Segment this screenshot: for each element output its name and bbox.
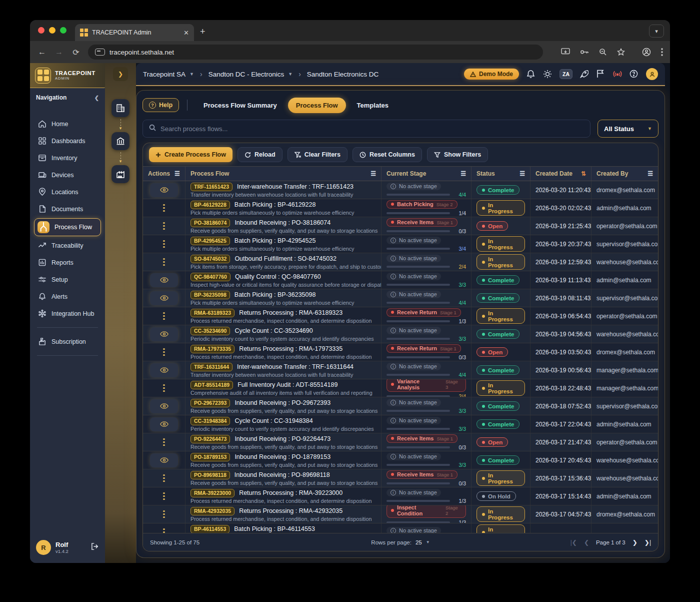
- row-menu-button[interactable]: [163, 527, 165, 533]
- column-header-status[interactable]: Status: [476, 170, 495, 177]
- reload-icon[interactable]: ⟳: [71, 48, 81, 57]
- broadcast-icon[interactable]: [613, 70, 622, 79]
- table-row[interactable]: SO-84745032Outbound Fulfillment : SO-847…: [143, 253, 658, 271]
- row-menu-button[interactable]: [163, 509, 165, 519]
- sidebar-collapse-icon[interactable]: ❮: [94, 95, 99, 101]
- table-row[interactable]: RMA-42932035Returns Processing : RMA-429…: [143, 505, 658, 523]
- sidebar-item-integration-hub[interactable]: Integration Hub: [34, 306, 101, 321]
- table-row[interactable]: PO-92264473Inbound Receiving : PO-922644…: [143, 433, 658, 451]
- table-row[interactable]: TRF-16311644Inter-warehouse Transfer : T…: [143, 361, 658, 379]
- reset-columns-button[interactable]: Reset Columns: [352, 147, 422, 162]
- status-filter-select[interactable]: All Status ▼: [598, 120, 658, 138]
- table-row[interactable]: BP-42954525Batch Picking : BP-42954525Pi…: [143, 235, 658, 253]
- row-menu-button[interactable]: [163, 311, 165, 321]
- site-info-icon[interactable]: [95, 49, 105, 56]
- profile-icon[interactable]: [642, 48, 651, 57]
- table-row[interactable]: BP-36235098Batch Picking : BP-36235098Pi…: [143, 289, 658, 307]
- demo-mode-badge[interactable]: Demo Mode: [464, 69, 519, 80]
- breadcrumb-site[interactable]: Sandton DC - Electronics: [208, 71, 284, 78]
- view-button[interactable]: [150, 291, 178, 305]
- view-button[interactable]: [150, 327, 178, 341]
- table-row[interactable]: RMA-63189323Returns Processing : RMA-631…: [143, 307, 658, 325]
- sidebar-item-home[interactable]: Home: [34, 116, 101, 132]
- prev-page-button[interactable]: ❮: [584, 539, 589, 546]
- rows-per-page[interactable]: Rows per page:25▼: [371, 539, 430, 545]
- tab-process-flow[interactable]: Process Flow: [288, 98, 346, 113]
- tab-process-flow-summary[interactable]: Process Flow Summary: [196, 98, 285, 113]
- organization-icon[interactable]: [112, 99, 130, 117]
- expand-sidebar-icon[interactable]: ❯: [113, 67, 128, 81]
- view-button[interactable]: [150, 453, 178, 467]
- view-button[interactable]: [150, 417, 178, 431]
- chevron-down-icon[interactable]: ▼: [288, 72, 292, 77]
- column-menu-icon[interactable]: ☰: [520, 170, 525, 177]
- table-row[interactable]: QC-98407760Quality Control : QC-98407760…: [143, 271, 658, 289]
- sidebar-item-setup[interactable]: Setup: [34, 272, 101, 287]
- breadcrumb-dc[interactable]: Sandton Electronics DC: [307, 71, 378, 78]
- tab-search-chevron-icon[interactable]: ▾: [649, 25, 664, 38]
- sidebar-item-alerts[interactable]: Alerts: [34, 289, 101, 304]
- warehouse-icon[interactable]: [112, 165, 130, 183]
- column-menu-icon[interactable]: ☰: [648, 170, 653, 177]
- browser-menu-icon[interactable]: [661, 48, 663, 56]
- first-page-button[interactable]: |❮: [570, 539, 577, 546]
- logout-icon[interactable]: [91, 543, 99, 552]
- tab-templates[interactable]: Templates: [349, 98, 396, 113]
- install-app-icon[interactable]: [561, 48, 570, 56]
- sidebar-item-documents[interactable]: Documents: [34, 201, 101, 217]
- browser-tab[interactable]: TRACEPOINT Admin ✕: [75, 24, 194, 41]
- column-header-created-by[interactable]: Created By: [596, 170, 628, 177]
- user-avatar-icon[interactable]: [646, 68, 658, 80]
- sidebar-item-dashboards[interactable]: Dashboards: [34, 133, 101, 149]
- rocket-icon[interactable]: [580, 70, 589, 79]
- view-button[interactable]: [150, 399, 178, 413]
- view-button[interactable]: [150, 183, 178, 197]
- column-menu-icon[interactable]: ☰: [460, 170, 466, 177]
- view-button[interactable]: [150, 273, 178, 287]
- sidebar-item-reports[interactable]: Reports: [34, 255, 101, 270]
- locale-selector[interactable]: ZA: [560, 69, 572, 79]
- view-button[interactable]: [150, 363, 178, 377]
- window-zoom-button[interactable]: [60, 27, 66, 34]
- create-process-flow-button[interactable]: Create Process Flow: [149, 147, 232, 162]
- sidebar-item-locations[interactable]: Locations: [34, 184, 101, 200]
- row-menu-button[interactable]: [163, 239, 165, 249]
- help-button[interactable]: ? Help: [142, 98, 179, 112]
- new-tab-button[interactable]: +: [200, 27, 206, 36]
- last-page-button[interactable]: ❯|: [644, 539, 651, 546]
- column-header-created-date[interactable]: Created Date: [536, 170, 572, 177]
- table-row[interactable]: RMA-17973335Returns Processing : RMA-179…: [143, 343, 658, 361]
- search-input[interactable]: [160, 125, 584, 133]
- help-icon[interactable]: [630, 70, 638, 79]
- sidebar-item-inventory[interactable]: Inventory: [34, 150, 101, 166]
- breadcrumb-org[interactable]: Tracepoint SA: [143, 71, 186, 78]
- clear-filters-button[interactable]: Clear Filters: [288, 147, 348, 162]
- row-menu-button[interactable]: [163, 347, 165, 357]
- table-row[interactable]: PO-29672393Inbound Receiving : PO-296723…: [143, 397, 658, 415]
- table-row[interactable]: PO-18789153Inbound Receiving : PO-187891…: [143, 451, 658, 469]
- table-row[interactable]: ADT-85514189Full Inventory Audit : ADT-8…: [143, 379, 658, 397]
- row-menu-button[interactable]: [163, 221, 165, 231]
- row-menu-button[interactable]: [163, 383, 165, 393]
- next-page-button[interactable]: ❯: [632, 539, 638, 546]
- row-menu-button[interactable]: [163, 257, 165, 267]
- sidebar-item-traceability[interactable]: Traceability: [34, 238, 101, 253]
- sort-filter-icon[interactable]: ⇅: [581, 170, 586, 177]
- row-menu-button[interactable]: [163, 491, 165, 501]
- sidebar-item-process-flow[interactable]: Process Flow: [34, 218, 101, 236]
- password-key-icon[interactable]: [580, 49, 589, 56]
- row-menu-button[interactable]: [163, 203, 165, 213]
- theme-toggle-icon[interactable]: [543, 70, 552, 79]
- window-minimize-button[interactable]: [49, 27, 56, 34]
- back-icon[interactable]: ←: [37, 48, 47, 57]
- column-header-current-stage[interactable]: Current Stage: [386, 170, 426, 177]
- column-header-process-flow[interactable]: Process Flow: [190, 170, 229, 177]
- table-row[interactable]: BP-46114553Batch Picking : BP-46114553Pi…: [143, 523, 658, 533]
- table-row[interactable]: PO-89698118Inbound Receiving : PO-896981…: [143, 469, 658, 487]
- tab-close-icon[interactable]: ✕: [184, 29, 189, 37]
- flag-icon[interactable]: [596, 70, 606, 79]
- table-row[interactable]: PO-38186074Inbound Receiving : PO-381860…: [143, 217, 658, 235]
- row-menu-button[interactable]: [163, 437, 165, 447]
- notifications-bell-icon[interactable]: [526, 70, 536, 79]
- sidebar-item-devices[interactable]: Devices: [34, 167, 101, 183]
